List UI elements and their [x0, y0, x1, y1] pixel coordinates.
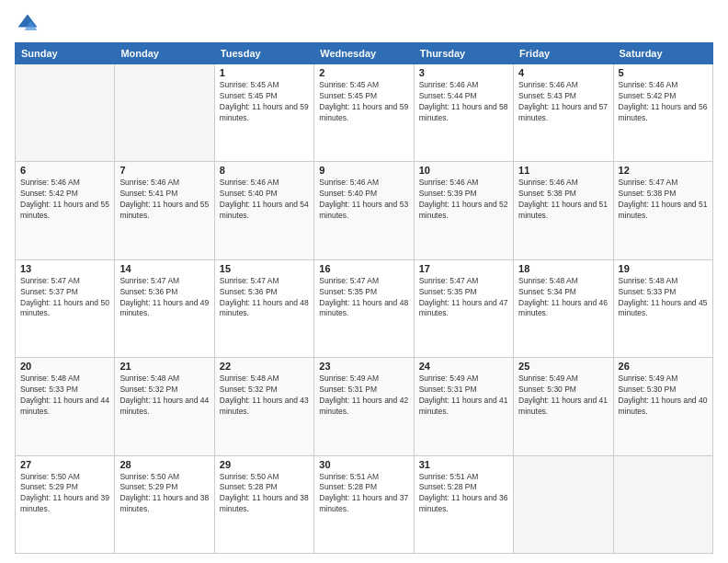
day-info: Sunrise: 5:50 AMSunset: 5:28 PMDaylight:… [220, 472, 309, 516]
day-info: Sunrise: 5:46 AMSunset: 5:40 PMDaylight:… [319, 178, 408, 222]
day-number: 2 [319, 67, 408, 78]
day-info: Sunrise: 5:48 AMSunset: 5:33 PMDaylight:… [619, 276, 708, 320]
weekday-header-sunday: Sunday [16, 43, 115, 64]
day-info: Sunrise: 5:47 AMSunset: 5:36 PMDaylight:… [220, 276, 309, 320]
day-info: Sunrise: 5:46 AMSunset: 5:43 PMDaylight:… [518, 80, 608, 124]
day-number: 28 [119, 459, 209, 470]
day-info: Sunrise: 5:46 AMSunset: 5:38 PMDaylight:… [518, 178, 608, 222]
calendar-cell: 1Sunrise: 5:45 AMSunset: 5:45 PMDaylight… [214, 64, 313, 162]
day-number: 13 [20, 263, 109, 274]
calendar-body: 1Sunrise: 5:45 AMSunset: 5:45 PMDaylight… [16, 64, 713, 554]
calendar-cell: 30Sunrise: 5:51 AMSunset: 5:28 PMDayligh… [314, 455, 414, 553]
day-number: 12 [619, 165, 708, 176]
day-number: 17 [419, 263, 508, 274]
calendar-cell: 20Sunrise: 5:48 AMSunset: 5:33 PMDayligh… [16, 358, 115, 455]
calendar-cell [16, 64, 115, 162]
day-info: Sunrise: 5:51 AMSunset: 5:28 PMDaylight:… [419, 472, 508, 516]
day-number: 15 [220, 263, 309, 274]
day-number: 5 [619, 67, 708, 78]
header [15, 11, 713, 37]
calendar-cell: 8Sunrise: 5:46 AMSunset: 5:40 PMDaylight… [214, 162, 313, 259]
calendar-cell: 21Sunrise: 5:48 AMSunset: 5:32 PMDayligh… [115, 358, 214, 455]
calendar-cell: 12Sunrise: 5:47 AMSunset: 5:38 PMDayligh… [613, 162, 712, 259]
calendar-week-1: 6Sunrise: 5:46 AMSunset: 5:42 PMDaylight… [16, 162, 713, 259]
day-number: 4 [518, 67, 608, 78]
day-info: Sunrise: 5:48 AMSunset: 5:34 PMDaylight:… [518, 276, 608, 320]
weekday-header-thursday: Thursday [414, 43, 513, 64]
calendar-week-3: 20Sunrise: 5:48 AMSunset: 5:33 PMDayligh… [16, 358, 713, 455]
logo-icon [15, 11, 40, 37]
day-info: Sunrise: 5:47 AMSunset: 5:36 PMDaylight:… [119, 276, 209, 320]
day-info: Sunrise: 5:46 AMSunset: 5:44 PMDaylight:… [419, 80, 508, 124]
weekday-header-monday: Monday [115, 43, 214, 64]
calendar-cell: 16Sunrise: 5:47 AMSunset: 5:35 PMDayligh… [314, 259, 414, 357]
calendar-cell: 27Sunrise: 5:50 AMSunset: 5:29 PMDayligh… [16, 455, 115, 553]
day-info: Sunrise: 5:49 AMSunset: 5:31 PMDaylight:… [419, 373, 508, 418]
day-info: Sunrise: 5:50 AMSunset: 5:29 PMDaylight:… [20, 472, 109, 516]
calendar-week-2: 13Sunrise: 5:47 AMSunset: 5:37 PMDayligh… [16, 259, 713, 357]
day-info: Sunrise: 5:47 AMSunset: 5:35 PMDaylight:… [319, 276, 408, 320]
calendar-cell [613, 455, 712, 553]
calendar-cell: 13Sunrise: 5:47 AMSunset: 5:37 PMDayligh… [16, 259, 115, 357]
weekday-header-tuesday: Tuesday [214, 43, 313, 64]
day-info: Sunrise: 5:45 AMSunset: 5:45 PMDaylight:… [319, 80, 408, 124]
day-number: 27 [20, 459, 109, 470]
day-info: Sunrise: 5:46 AMSunset: 5:41 PMDaylight:… [119, 178, 209, 222]
day-info: Sunrise: 5:49 AMSunset: 5:30 PMDaylight:… [518, 373, 608, 418]
day-info: Sunrise: 5:46 AMSunset: 5:40 PMDaylight:… [220, 178, 309, 222]
calendar-cell: 14Sunrise: 5:47 AMSunset: 5:36 PMDayligh… [115, 259, 214, 357]
day-number: 10 [419, 165, 508, 176]
day-number: 22 [220, 361, 309, 372]
day-number: 8 [220, 165, 309, 176]
calendar-cell: 6Sunrise: 5:46 AMSunset: 5:42 PMDaylight… [16, 162, 115, 259]
calendar-cell: 28Sunrise: 5:50 AMSunset: 5:29 PMDayligh… [115, 455, 214, 553]
calendar-cell [514, 455, 613, 553]
logo [15, 11, 44, 37]
calendar-cell: 19Sunrise: 5:48 AMSunset: 5:33 PMDayligh… [613, 259, 712, 357]
day-number: 23 [319, 361, 408, 372]
day-info: Sunrise: 5:48 AMSunset: 5:33 PMDaylight:… [20, 373, 109, 418]
day-info: Sunrise: 5:46 AMSunset: 5:42 PMDaylight:… [20, 178, 109, 222]
weekday-header-wednesday: Wednesday [314, 43, 414, 64]
page: SundayMondayTuesdayWednesdayThursdayFrid… [0, 0, 728, 563]
calendar-cell: 29Sunrise: 5:50 AMSunset: 5:28 PMDayligh… [214, 455, 313, 553]
calendar-header: SundayMondayTuesdayWednesdayThursdayFrid… [16, 43, 713, 64]
day-info: Sunrise: 5:45 AMSunset: 5:45 PMDaylight:… [220, 80, 309, 124]
calendar-cell: 31Sunrise: 5:51 AMSunset: 5:28 PMDayligh… [414, 455, 513, 553]
day-info: Sunrise: 5:47 AMSunset: 5:38 PMDaylight:… [619, 178, 708, 222]
calendar-cell [115, 64, 214, 162]
day-number: 3 [419, 67, 508, 78]
calendar-cell: 4Sunrise: 5:46 AMSunset: 5:43 PMDaylight… [514, 64, 613, 162]
weekday-header-friday: Friday [514, 43, 613, 64]
day-number: 6 [20, 165, 109, 176]
calendar-cell: 7Sunrise: 5:46 AMSunset: 5:41 PMDaylight… [115, 162, 214, 259]
weekday-row: SundayMondayTuesdayWednesdayThursdayFrid… [16, 43, 713, 64]
day-info: Sunrise: 5:50 AMSunset: 5:29 PMDaylight:… [119, 472, 209, 516]
calendar-cell: 17Sunrise: 5:47 AMSunset: 5:35 PMDayligh… [414, 259, 513, 357]
calendar-week-0: 1Sunrise: 5:45 AMSunset: 5:45 PMDaylight… [16, 64, 713, 162]
day-number: 11 [518, 165, 608, 176]
day-info: Sunrise: 5:47 AMSunset: 5:37 PMDaylight:… [20, 276, 109, 320]
calendar-cell: 10Sunrise: 5:46 AMSunset: 5:39 PMDayligh… [414, 162, 513, 259]
calendar-cell: 22Sunrise: 5:48 AMSunset: 5:32 PMDayligh… [214, 358, 313, 455]
day-number: 7 [119, 165, 209, 176]
calendar-cell: 15Sunrise: 5:47 AMSunset: 5:36 PMDayligh… [214, 259, 313, 357]
day-number: 19 [619, 263, 708, 274]
calendar-week-4: 27Sunrise: 5:50 AMSunset: 5:29 PMDayligh… [16, 455, 713, 553]
day-number: 9 [319, 165, 408, 176]
day-info: Sunrise: 5:46 AMSunset: 5:42 PMDaylight:… [619, 80, 708, 124]
day-info: Sunrise: 5:46 AMSunset: 5:39 PMDaylight:… [419, 178, 508, 222]
calendar-cell: 25Sunrise: 5:49 AMSunset: 5:30 PMDayligh… [514, 358, 613, 455]
calendar-cell: 11Sunrise: 5:46 AMSunset: 5:38 PMDayligh… [514, 162, 613, 259]
calendar: SundayMondayTuesdayWednesdayThursdayFrid… [15, 42, 713, 554]
day-info: Sunrise: 5:48 AMSunset: 5:32 PMDaylight:… [119, 373, 209, 418]
calendar-cell: 9Sunrise: 5:46 AMSunset: 5:40 PMDaylight… [314, 162, 414, 259]
day-number: 20 [20, 361, 109, 372]
calendar-cell: 26Sunrise: 5:49 AMSunset: 5:30 PMDayligh… [613, 358, 712, 455]
day-number: 14 [119, 263, 209, 274]
svg-marker-0 [18, 15, 38, 28]
calendar-cell: 24Sunrise: 5:49 AMSunset: 5:31 PMDayligh… [414, 358, 513, 455]
day-number: 29 [220, 459, 309, 470]
day-info: Sunrise: 5:48 AMSunset: 5:32 PMDaylight:… [220, 373, 309, 418]
day-number: 16 [319, 263, 408, 274]
